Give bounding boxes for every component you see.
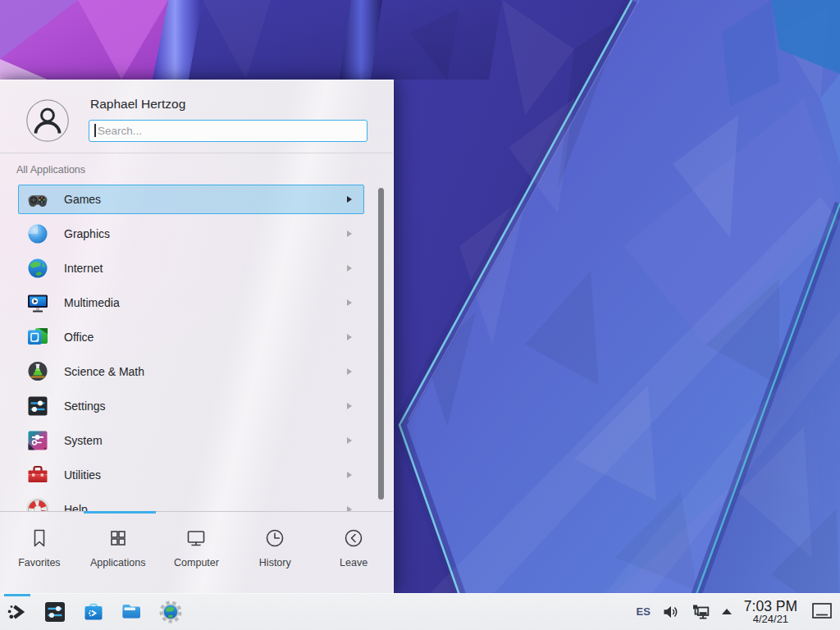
- category-utilities[interactable]: Utilities: [0, 458, 393, 492]
- submenu-arrow-icon: [347, 231, 352, 237]
- monitor-icon: [185, 527, 208, 550]
- active-tab-indicator: [84, 511, 156, 514]
- utilities-toolbox-icon: [26, 463, 49, 486]
- tab-leave[interactable]: Leave: [314, 527, 393, 593]
- taskbar-panel: ES 7:03 PM 4/24/21: [0, 593, 840, 630]
- clock-date: 4/24/21: [744, 614, 797, 625]
- show-desktop-button[interactable]: [810, 600, 834, 624]
- submenu-arrow-icon: [347, 403, 352, 409]
- keyboard-layout-indicator[interactable]: ES: [636, 605, 650, 618]
- submenu-arrow-icon: [347, 299, 352, 306]
- help-lifebuoy-icon: [26, 498, 49, 512]
- user-name: Raphael Hertzog: [90, 97, 185, 112]
- application-launcher-popup: Raphael Hertzog All Applications: [0, 80, 394, 593]
- multimedia-monitor-icon: [26, 291, 49, 314]
- submenu-arrow-icon: [347, 437, 352, 444]
- submenu-arrow-icon: [347, 334, 352, 340]
- digital-clock[interactable]: 7:03 PM 4/24/21: [742, 599, 799, 625]
- tabbar-divider: [0, 511, 393, 512]
- grid-icon: [107, 527, 130, 550]
- tab-favorites[interactable]: Favorites: [0, 527, 79, 593]
- globe-icon: [26, 257, 49, 280]
- system-sliders-icon: [26, 429, 49, 452]
- submenu-arrow-icon: [347, 472, 352, 478]
- scrollbar[interactable]: [378, 188, 384, 500]
- category-settings[interactable]: Settings: [0, 389, 393, 423]
- launcher-tabbar: Favorites Applications Computer: [0, 511, 393, 593]
- search-input[interactable]: [89, 120, 368, 142]
- submenu-arrow-icon: [347, 368, 352, 375]
- office-documents-icon: [26, 326, 49, 349]
- category-internet[interactable]: Internet: [0, 251, 393, 285]
- category-multimedia[interactable]: Multimedia: [0, 285, 393, 320]
- tab-computer[interactable]: Computer: [158, 527, 236, 593]
- launcher-active-indicator: [4, 594, 30, 596]
- settings-sliders-icon: [26, 395, 49, 418]
- network-icon[interactable]: [690, 602, 711, 622]
- text-cursor: [94, 124, 96, 137]
- category-system[interactable]: System: [0, 423, 393, 458]
- tab-applications[interactable]: Applications: [79, 527, 158, 593]
- launcher-header: Raphael Hertzog: [0, 80, 393, 153]
- submenu-arrow-icon: [347, 265, 352, 272]
- system-tray: ES 7:03 PM 4/24/21: [636, 599, 840, 625]
- leave-icon: [342, 527, 365, 550]
- science-flask-icon: [26, 360, 49, 383]
- folder-icon[interactable]: [120, 600, 144, 624]
- expand-tray-caret-icon[interactable]: [722, 609, 732, 614]
- show-desktop-icon: [810, 600, 834, 623]
- clock-time: 7:03 PM: [744, 599, 797, 614]
- submenu-arrow-icon: [347, 196, 352, 203]
- category-science-math[interactable]: Science & Math: [0, 354, 393, 389]
- kde-launcher-icon[interactable]: [4, 600, 29, 624]
- category-games[interactable]: Games: [0, 182, 393, 217]
- category-help[interactable]: Help: [0, 492, 393, 512]
- tab-history[interactable]: History: [235, 527, 314, 593]
- desktop: Raphael Hertzog All Applications: [0, 0, 840, 630]
- user-avatar-icon: [26, 99, 69, 142]
- gamepad-icon: [26, 188, 49, 211]
- volume-icon[interactable]: [661, 603, 679, 621]
- globe-gear-icon[interactable]: [158, 600, 183, 624]
- clock-icon: [263, 527, 286, 550]
- category-graphics[interactable]: Graphics: [0, 217, 393, 251]
- bookmark-icon: [28, 527, 51, 550]
- discover-bag-icon[interactable]: [81, 600, 106, 624]
- category-office[interactable]: Office: [0, 320, 393, 354]
- graphics-sphere-icon: [26, 222, 49, 245]
- category-list: Games Graphics: [0, 182, 393, 512]
- system-settings-icon[interactable]: [43, 600, 67, 624]
- header-divider: [0, 153, 393, 153]
- section-label: All Applications: [16, 164, 85, 176]
